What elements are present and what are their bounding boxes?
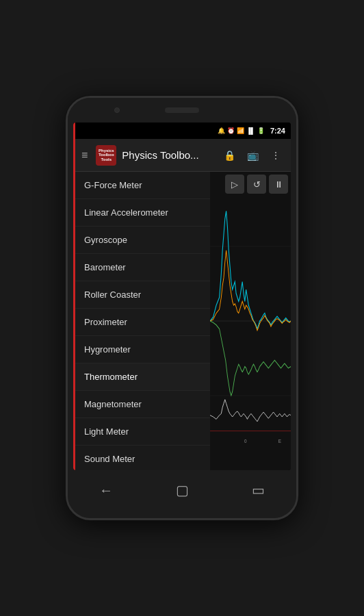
phone-bottom-bar: ← ▢ ▭ [68,470,296,518]
back-button[interactable]: ← [99,483,113,498]
nav-item-magnetometer[interactable]: Magnetometer [73,391,210,418]
nav-item-rollercoaster[interactable]: Roller Coaster [73,281,210,309]
app-bar: ≡ Physics Toolbox Tools Physics Toolbo..… [73,139,291,172]
app-icon: Physics Toolbox Tools [96,145,116,166]
wifi-icon: 📶 [237,127,244,134]
recent-button[interactable]: ▭ [252,482,265,498]
nav-item-linear[interactable]: Linear Accelerometer [73,199,210,227]
camera [114,107,120,113]
screen-icon[interactable]: 📺 [243,146,262,165]
speaker [165,107,199,113]
nav-item-barometer[interactable]: Barometer [73,254,210,281]
chart-actions: ▷ ↺ ⏸ [225,175,288,194]
signal-icon: ▐▌ [246,127,255,134]
phone-top-bar [68,98,296,123]
notification-icon: 🔔 [218,127,225,134]
alarm-icon: ⏰ [227,127,235,134]
red-accent-bar [73,123,75,470]
play-button[interactable]: ▷ [225,175,244,194]
screen: 🔔 ⏰ 📶 ▐▌ 🔋 7:24 ≡ Physics Toolbox Tools … [73,123,291,470]
home-button[interactable]: ▢ [176,482,189,498]
hamburger-icon[interactable]: ≡ [79,146,90,164]
nav-item-gyroscope[interactable]: Gyroscope [73,227,210,254]
pause-button[interactable]: ⏸ [269,175,288,194]
nav-item-gforce[interactable]: G-Force Meter [73,172,210,199]
app-bar-actions: 🔒 📺 ⋮ [220,146,285,165]
nav-item-thermometer[interactable]: Thermometer [73,363,210,391]
refresh-button[interactable]: ↺ [247,175,266,194]
main-content: G-Force Meter Linear Accelerometer Gyros… [73,172,291,470]
lock-icon[interactable]: 🔒 [220,146,239,165]
status-icons: 🔔 ⏰ 📶 ▐▌ 🔋 [218,127,265,134]
chart-svg: 0 E [210,172,291,470]
nav-item-soundmeter[interactable]: Sound Meter [73,446,210,470]
nav-item-hygrometer[interactable]: Hygrometer [73,336,210,363]
more-icon[interactable]: ⋮ [266,146,285,165]
app-icon-line2: Toolbox [99,153,114,157]
status-bar: 🔔 ⏰ 📶 ▐▌ 🔋 7:24 [73,123,291,139]
nav-item-lightmeter[interactable]: Light Meter [73,418,210,446]
nav-item-proximeter[interactable]: Proximeter [73,309,210,336]
app-title: Physics Toolbo... [122,149,214,161]
status-time: 7:24 [270,127,285,135]
phone-device: 🔔 ⏰ 📶 ▐▌ 🔋 7:24 ≡ Physics Toolbox Tools … [66,96,298,520]
app-icon-line1: Physics [99,149,114,153]
nav-drawer: G-Force Meter Linear Accelerometer Gyros… [73,172,210,470]
app-icon-line3: Tools [101,157,112,162]
battery-icon: 🔋 [257,127,265,134]
chart-area: ▷ ↺ ⏸ 0 E [210,172,291,470]
svg-text:0: 0 [244,437,247,444]
svg-text:E: E [278,437,281,444]
